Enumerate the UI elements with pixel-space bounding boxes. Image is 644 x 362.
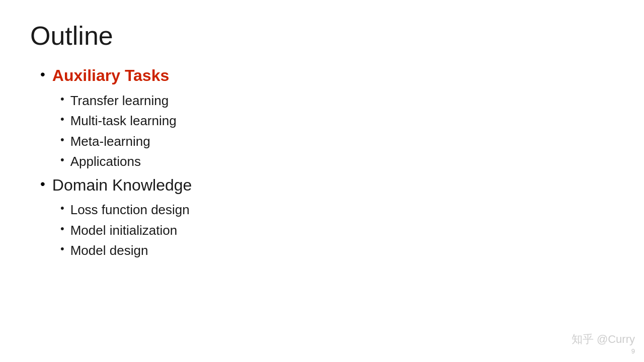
slide: Outline • Auxiliary Tasks • Transfer lea… — [0, 0, 644, 362]
watermark-container: 知乎 @Curry 9 — [572, 332, 635, 355]
list-item: • Model design — [60, 241, 614, 259]
list-item: • Loss function design — [60, 201, 614, 219]
level2-list-domain: • Loss function design • Model initializ… — [40, 201, 614, 259]
list-item: • Applications — [60, 152, 614, 170]
level2-text-multitask: Multi-task learning — [70, 112, 177, 130]
level2-text-applications: Applications — [70, 152, 141, 170]
level2-text-loss: Loss function design — [70, 201, 190, 219]
page-number: 9 — [631, 347, 635, 355]
level1-bullet-auxiliary: • — [40, 65, 45, 83]
level2-bullet: • — [60, 241, 64, 257]
level1-item-domain: • Domain Knowledge — [40, 175, 614, 196]
level1-group-auxiliary: • Auxiliary Tasks • Transfer learning • … — [40, 65, 614, 170]
level2-text-model-init: Model initialization — [70, 221, 177, 239]
list-item: • Multi-task learning — [60, 112, 614, 130]
level2-list-auxiliary: • Transfer learning • Multi-task learnin… — [40, 92, 614, 171]
level1-group-domain: • Domain Knowledge • Loss function desig… — [40, 175, 614, 260]
level1-bullet-domain: • — [40, 175, 45, 193]
level2-bullet: • — [60, 152, 64, 168]
level1-item-auxiliary: • Auxiliary Tasks — [40, 65, 614, 86]
level2-bullet: • — [60, 201, 64, 216]
list-item: • Model initialization — [60, 221, 614, 239]
level2-text-transfer: Transfer learning — [70, 92, 169, 110]
level2-text-meta: Meta-learning — [70, 132, 150, 150]
slide-title: Outline — [30, 20, 614, 51]
level1-label-domain: Domain Knowledge — [52, 175, 192, 196]
level2-text-model-design: Model design — [70, 241, 148, 259]
watermark-text: 知乎 @Curry — [572, 332, 635, 347]
level2-bullet: • — [60, 92, 64, 107]
level1-label-auxiliary: Auxiliary Tasks — [52, 65, 169, 86]
outline-content: • Auxiliary Tasks • Transfer learning • … — [30, 65, 614, 259]
level2-bullet: • — [60, 221, 64, 237]
level2-bullet: • — [60, 112, 64, 127]
list-item: • Transfer learning — [60, 92, 614, 110]
level2-bullet: • — [60, 132, 64, 148]
list-item: • Meta-learning — [60, 132, 614, 150]
